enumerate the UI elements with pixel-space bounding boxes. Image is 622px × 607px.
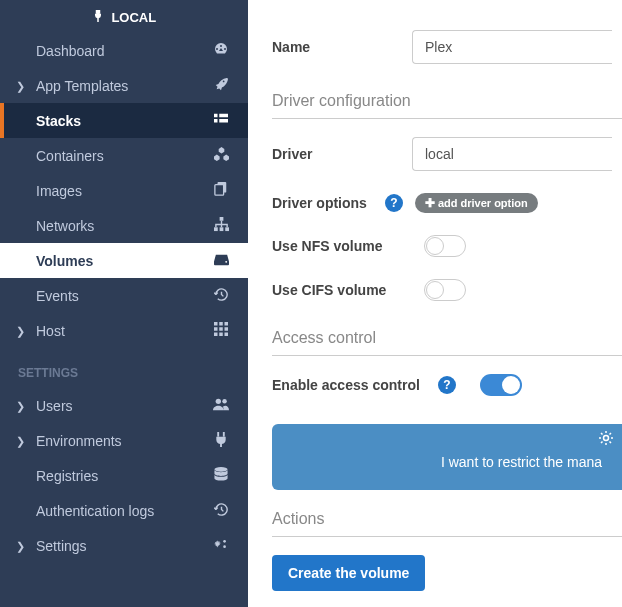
sidebar-item-networks[interactable]: Networks: [0, 208, 248, 243]
chevron-right-icon: ❯: [16, 79, 25, 92]
driver-label: Driver: [272, 146, 412, 162]
cubes-icon: [212, 147, 230, 165]
users-icon: [212, 397, 230, 414]
dashboard-icon: [212, 41, 230, 60]
driver-input[interactable]: [412, 137, 612, 171]
cifs-label: Use CIFS volume: [272, 282, 412, 298]
driver-config-title: Driver configuration: [272, 92, 622, 119]
sidebar: LOCAL Dashboard ❯ App Templates Stacks C…: [0, 0, 248, 607]
name-label: Name: [272, 39, 412, 55]
nfs-toggle[interactable]: [424, 235, 466, 257]
sidebar-item-users[interactable]: ❯ Users: [0, 388, 248, 423]
svg-rect-20: [225, 333, 229, 337]
svg-rect-5: [219, 119, 228, 123]
svg-rect-19: [219, 333, 223, 337]
svg-rect-9: [214, 227, 218, 231]
driver-options-row: Driver options ? ✚ add driver option: [272, 193, 622, 213]
svg-rect-4: [214, 119, 218, 123]
svg-point-28: [223, 545, 226, 548]
enable-access-label: Enable access control: [272, 377, 420, 393]
grid-icon: [212, 112, 230, 129]
svg-rect-14: [225, 322, 229, 326]
cifs-toggle[interactable]: [424, 279, 466, 301]
sidebar-item-app-templates[interactable]: ❯ App Templates: [0, 68, 248, 103]
svg-rect-17: [225, 327, 229, 331]
svg-point-29: [604, 436, 609, 441]
history-icon: [212, 287, 230, 305]
svg-point-22: [222, 399, 226, 403]
driver-row: Driver: [272, 137, 622, 171]
sidebar-item-stacks[interactable]: Stacks: [0, 103, 248, 138]
svg-rect-8: [219, 217, 223, 221]
sidebar-item-volumes[interactable]: Volumes: [0, 243, 248, 278]
name-row: Name: [272, 30, 622, 64]
rocket-icon: [212, 77, 230, 94]
plug-icon: [92, 10, 108, 25]
svg-rect-10: [219, 227, 223, 231]
sidebar-item-environments[interactable]: ❯ Environments: [0, 423, 248, 458]
copy-icon: [212, 182, 230, 199]
plug-icon: [212, 432, 230, 450]
svg-rect-0: [96, 10, 98, 14]
help-icon[interactable]: ?: [385, 194, 403, 212]
svg-point-25: [214, 467, 227, 472]
access-control-toggle[interactable]: [480, 374, 522, 396]
sidebar-item-images[interactable]: Images: [0, 173, 248, 208]
actions-title: Actions: [272, 510, 622, 537]
chevron-right-icon: ❯: [16, 324, 25, 337]
add-driver-option-button[interactable]: ✚ add driver option: [415, 193, 538, 213]
nfs-label: Use NFS volume: [272, 238, 412, 254]
access-control-title: Access control: [272, 329, 622, 356]
svg-rect-15: [214, 327, 218, 331]
sidebar-item-host[interactable]: ❯ Host: [0, 313, 248, 348]
svg-rect-3: [219, 114, 228, 118]
access-info-banner: I want to restrict the mana: [272, 424, 622, 490]
th-icon: [212, 322, 230, 339]
sitemap-icon: [212, 217, 230, 235]
svg-rect-1: [99, 10, 101, 14]
sidebar-item-containers[interactable]: Containers: [0, 138, 248, 173]
cogs-icon: [212, 537, 230, 554]
sidebar-item-registries[interactable]: Registries: [0, 458, 248, 493]
create-volume-button[interactable]: Create the volume: [272, 555, 425, 591]
chevron-right-icon: ❯: [16, 539, 25, 552]
svg-point-21: [216, 399, 221, 404]
history-icon: [212, 502, 230, 520]
main-content: Name Driver configuration Driver Driver …: [248, 0, 622, 607]
plus-icon: ✚: [425, 196, 435, 210]
svg-rect-23: [217, 432, 219, 437]
database-icon: [212, 467, 230, 485]
help-icon[interactable]: ?: [438, 376, 456, 394]
enable-access-row: Enable access control ?: [272, 374, 622, 396]
driver-options-label: Driver options: [272, 195, 367, 211]
svg-rect-2: [214, 114, 218, 118]
svg-rect-16: [219, 327, 223, 331]
svg-point-27: [223, 540, 226, 543]
chevron-right-icon: ❯: [16, 434, 25, 447]
sidebar-item-dashboard[interactable]: Dashboard: [0, 33, 248, 68]
sidebar-item-events[interactable]: Events: [0, 278, 248, 313]
sidebar-item-settings[interactable]: ❯ Settings: [0, 528, 248, 563]
chevron-right-icon: ❯: [16, 399, 25, 412]
svg-rect-12: [214, 322, 218, 326]
banner-text: I want to restrict the mana: [292, 454, 602, 470]
sidebar-item-auth-logs[interactable]: Authentication logs: [0, 493, 248, 528]
sidebar-header: LOCAL: [0, 0, 248, 33]
svg-rect-18: [214, 333, 218, 337]
name-input[interactable]: [412, 30, 612, 64]
hdd-icon: [212, 252, 230, 270]
gear-icon: [598, 430, 614, 450]
cifs-row: Use CIFS volume: [272, 279, 622, 301]
svg-rect-24: [223, 432, 225, 437]
nfs-row: Use NFS volume: [272, 235, 622, 257]
svg-rect-7: [215, 185, 224, 196]
svg-rect-11: [225, 227, 229, 231]
endpoint-name: LOCAL: [111, 10, 156, 25]
sidebar-section-settings: SETTINGS: [0, 348, 248, 388]
svg-rect-13: [219, 322, 223, 326]
